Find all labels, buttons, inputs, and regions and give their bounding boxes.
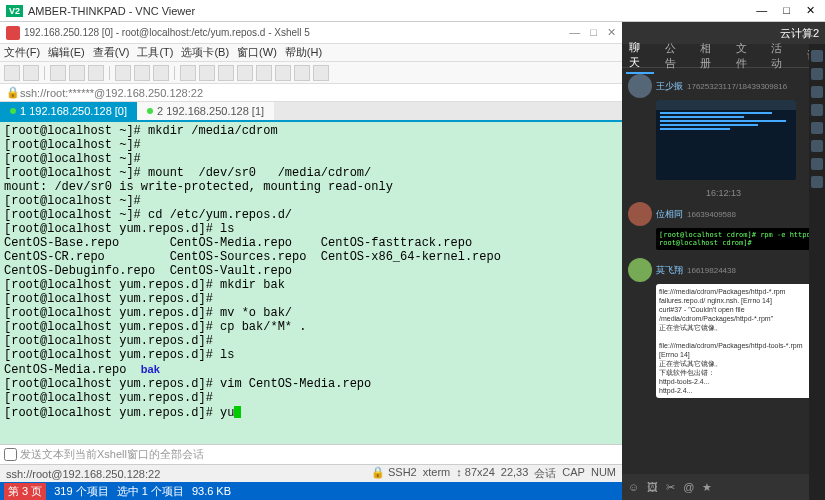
toolbar-button[interactable] <box>199 65 215 81</box>
chat-message: 王少振 17625323117/18439309816 <box>628 74 819 180</box>
toolbar-open-icon[interactable] <box>23 65 39 81</box>
toolbar-separator <box>174 66 175 80</box>
star-icon[interactable]: ★ <box>702 481 712 494</box>
toolbar-button[interactable] <box>275 65 291 81</box>
tool-icon[interactable] <box>811 104 823 116</box>
chat-message: 莫飞翔 16619824438 file:///media/cdrom/Pack… <box>628 258 819 398</box>
avatar[interactable] <box>628 74 652 98</box>
xshell-menu-bar: 文件(F)编辑(E)查看(V)工具(T)选项卡(B)窗口(W)帮助(H) <box>0 44 622 62</box>
explorer-page[interactable]: 第 3 页 <box>4 483 46 500</box>
user-name[interactable]: 莫飞翔 <box>656 264 683 277</box>
terminal[interactable]: [root@localhost ~]# mkdir /media/cdrom [… <box>0 122 622 444</box>
tool-icon[interactable] <box>811 176 823 188</box>
xshell-title-bar: 192.168.250.128 [0] - root@localhost:/et… <box>0 22 622 44</box>
image-icon[interactable]: 🖼 <box>647 481 658 493</box>
avatar[interactable] <box>628 202 652 226</box>
scissors-icon[interactable]: ✂ <box>666 481 675 494</box>
xshell-status-bar: ssh://root@192.168.250.128:22 🔒 SSH2 xte… <box>0 464 622 482</box>
minimize-button[interactable]: — <box>752 4 771 17</box>
timestamp: 16:12:13 <box>628 188 819 198</box>
toolbar-separator <box>109 66 110 80</box>
tool-icon[interactable] <box>811 50 823 62</box>
status-num: NUM <box>591 466 616 481</box>
status-term-type: xterm <box>423 466 451 481</box>
user-name[interactable]: 王少振 <box>656 80 683 93</box>
status-size: ↕ 87x24 <box>456 466 495 481</box>
terminal-snippet[interactable]: [root@localhost cdrom]# rpm -e httpd roo… <box>656 228 819 250</box>
main-area: 192.168.250.128 [0] - root@localhost:/et… <box>0 22 825 500</box>
session-tabs: 1 192.168.250.128 [0]2 192.168.250.128 [… <box>0 102 622 122</box>
menu-item[interactable]: 帮助(H) <box>285 45 322 60</box>
xshell-window: 192.168.250.128 [0] - root@localhost:/et… <box>0 22 622 500</box>
maximize-button[interactable]: □ <box>779 4 794 17</box>
toolbar-paste-icon[interactable] <box>88 65 104 81</box>
tool-icon[interactable] <box>811 122 823 134</box>
tab-label: 1 192.168.250.128 [0] <box>20 105 127 117</box>
chat-tabs: 聊天公告相册文件活动设 <box>622 44 825 68</box>
toolbar-button[interactable] <box>313 65 329 81</box>
toolbar-button[interactable] <box>294 65 310 81</box>
status-cursor: 22,33 <box>501 466 529 481</box>
toolbar-button[interactable] <box>218 65 234 81</box>
toolbar-color-icon[interactable] <box>134 65 150 81</box>
avatar[interactable] <box>628 258 652 282</box>
right-toolbar <box>809 44 825 500</box>
vnc-window-controls: — □ ✕ <box>752 4 819 17</box>
user-id: 16619824438 <box>687 266 736 275</box>
toolbar-new-icon[interactable] <box>4 65 20 81</box>
session-tab[interactable]: 1 192.168.250.128 [0] <box>0 102 137 120</box>
broadcast-hint: 发送文本到当前Xshell窗口的全部会话 <box>20 447 204 462</box>
xshell-toolbar <box>0 62 622 84</box>
menu-item[interactable]: 选项卡(B) <box>181 45 229 60</box>
toolbar-save-icon[interactable] <box>50 65 66 81</box>
emoji-icon[interactable]: ☺ <box>628 481 639 493</box>
session-tab[interactable]: 2 192.168.250.128 [1] <box>137 102 274 120</box>
xshell-app-icon <box>6 26 20 40</box>
menu-item[interactable]: 文件(F) <box>4 45 40 60</box>
menu-item[interactable]: 查看(V) <box>93 45 130 60</box>
user-name[interactable]: 位相同 <box>656 208 683 221</box>
toolbar-find-icon[interactable] <box>115 65 131 81</box>
xshell-minimize-button[interactable]: — <box>569 26 580 39</box>
status-cap: CAP <box>562 466 585 481</box>
chat-messages[interactable]: 王少振 17625323117/18439309816 16:12:13 位相同… <box>622 68 825 474</box>
xshell-maximize-button[interactable]: □ <box>590 26 597 39</box>
user-id: 16639409588 <box>687 210 736 219</box>
tab-label: 2 192.168.250.128 [1] <box>157 105 264 117</box>
explorer-selected: 选中 1 个项目 <box>117 484 184 499</box>
tool-icon[interactable] <box>811 86 823 98</box>
user-id: 17625323117/18439309816 <box>687 82 787 91</box>
menu-item[interactable]: 工具(T) <box>137 45 173 60</box>
vnc-title-bar: V2 AMBER-THINKPAD - VNC Viewer — □ ✕ <box>0 0 825 22</box>
explorer-status-bar: 第 3 页 319 个项目 选中 1 个项目 93.6 KB <box>0 482 622 500</box>
explorer-items: 319 个项目 <box>54 484 108 499</box>
broadcast-checkbox[interactable] <box>4 448 17 461</box>
xshell-window-controls: — □ ✕ <box>569 26 616 39</box>
menu-item[interactable]: 窗口(W) <box>237 45 277 60</box>
status-dot-icon <box>147 108 153 114</box>
xshell-address-bar: 🔒 ssh://root:******@192.168.250.128:22 <box>0 84 622 102</box>
at-icon[interactable]: @ <box>683 481 694 493</box>
address-text[interactable]: ssh://root:******@192.168.250.128:22 <box>20 87 203 99</box>
toolbar-font-icon[interactable] <box>153 65 169 81</box>
chat-input-bar: ☺ 🖼 ✂ @ ★ <box>622 474 825 500</box>
tool-icon[interactable] <box>811 158 823 170</box>
tool-icon[interactable] <box>811 140 823 152</box>
toolbar-separator <box>44 66 45 80</box>
message-body[interactable]: file:///media/cdrom/Packages/httpd-*.rpm… <box>656 284 819 398</box>
status-session: 会话 <box>534 466 556 481</box>
screenshot-thumbnail[interactable] <box>656 100 796 180</box>
explorer-size: 93.6 KB <box>192 485 231 497</box>
tool-icon[interactable] <box>811 68 823 80</box>
chat-message: 位相同 16639409588 [root@localhost cdrom]# … <box>628 202 819 250</box>
toolbar-button[interactable] <box>237 65 253 81</box>
toolbar-button[interactable] <box>180 65 196 81</box>
vnc-window-title: AMBER-THINKPAD - VNC Viewer <box>28 5 752 17</box>
xshell-close-button[interactable]: ✕ <box>607 26 616 39</box>
toolbar-copy-icon[interactable] <box>69 65 85 81</box>
menu-item[interactable]: 编辑(E) <box>48 45 85 60</box>
xshell-title-text: 192.168.250.128 [0] - root@localhost:/et… <box>24 27 569 38</box>
toolbar-button[interactable] <box>256 65 272 81</box>
status-connection: ssh://root@192.168.250.128:22 <box>6 468 160 480</box>
close-button[interactable]: ✕ <box>802 4 819 17</box>
